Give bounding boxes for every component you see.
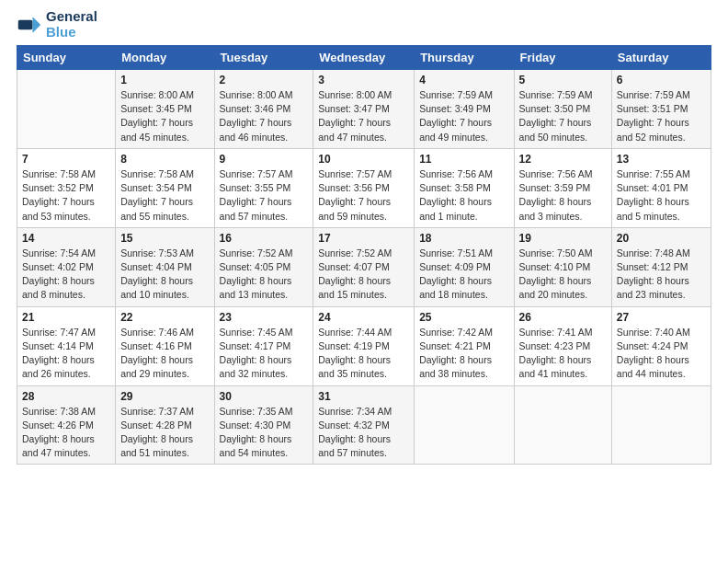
day-cell: [611, 385, 711, 465]
day-cell: 8Sunrise: 7:58 AMSunset: 3:54 PMDaylight…: [116, 148, 214, 227]
day-cell: 7Sunrise: 7:58 AMSunset: 3:52 PMDaylight…: [17, 148, 116, 227]
week-row-1: 1Sunrise: 8:00 AMSunset: 3:45 PMDaylight…: [17, 70, 711, 149]
week-row-2: 7Sunrise: 7:58 AMSunset: 3:52 PMDaylight…: [17, 148, 711, 227]
day-info: Sunrise: 7:47 AMSunset: 4:14 PMDaylight:…: [22, 326, 110, 382]
calendar-header-row: SundayMondayTuesdayWednesdayThursdayFrid…: [17, 46, 711, 70]
day-info: Sunrise: 7:38 AMSunset: 4:26 PMDaylight:…: [22, 405, 110, 461]
day-info: Sunrise: 7:35 AMSunset: 4:30 PMDaylight:…: [220, 405, 309, 461]
day-info: Sunrise: 7:59 AMSunset: 3:50 PMDaylight:…: [519, 88, 607, 144]
header-day-monday: Monday: [116, 46, 214, 70]
logo: General Blue: [17, 9, 97, 40]
day-number: 17: [318, 232, 409, 245]
day-number: 13: [617, 153, 706, 166]
day-cell: 1Sunrise: 8:00 AMSunset: 3:45 PMDaylight…: [116, 70, 214, 149]
week-row-5: 28Sunrise: 7:38 AMSunset: 4:26 PMDayligh…: [17, 385, 711, 465]
day-cell: 12Sunrise: 7:56 AMSunset: 3:59 PMDayligh…: [514, 148, 611, 227]
day-number: 2: [220, 74, 309, 86]
day-cell: 29Sunrise: 7:37 AMSunset: 4:28 PMDayligh…: [116, 385, 214, 465]
day-info: Sunrise: 7:48 AMSunset: 4:12 PMDaylight:…: [617, 247, 706, 303]
day-number: 24: [318, 311, 409, 324]
day-info: Sunrise: 8:00 AMSunset: 3:45 PMDaylight:…: [120, 88, 209, 144]
day-cell: 23Sunrise: 7:45 AMSunset: 4:17 PMDayligh…: [214, 306, 313, 385]
day-cell: 5Sunrise: 7:59 AMSunset: 3:50 PMDaylight…: [514, 70, 611, 149]
day-cell: 21Sunrise: 7:47 AMSunset: 4:14 PMDayligh…: [17, 306, 116, 385]
day-info: Sunrise: 7:56 AMSunset: 3:58 PMDaylight:…: [419, 167, 508, 224]
day-info: Sunrise: 7:50 AMSunset: 4:10 PMDaylight:…: [519, 247, 607, 303]
day-number: 21: [22, 311, 110, 324]
day-cell: 30Sunrise: 7:35 AMSunset: 4:30 PMDayligh…: [214, 385, 313, 465]
logo-text: General Blue: [46, 9, 97, 40]
calendar-table: SundayMondayTuesdayWednesdayThursdayFrid…: [17, 45, 711, 465]
day-info: Sunrise: 7:51 AMSunset: 4:09 PMDaylight:…: [419, 247, 508, 303]
day-cell: 15Sunrise: 7:53 AMSunset: 4:04 PMDayligh…: [116, 227, 214, 306]
svg-marker-1: [33, 17, 41, 33]
day-number: 8: [120, 153, 209, 166]
day-cell: 16Sunrise: 7:52 AMSunset: 4:05 PMDayligh…: [214, 227, 313, 306]
day-number: 10: [318, 153, 409, 166]
day-cell: 27Sunrise: 7:40 AMSunset: 4:24 PMDayligh…: [611, 306, 711, 385]
day-info: Sunrise: 7:58 AMSunset: 3:54 PMDaylight:…: [120, 167, 209, 224]
day-cell: 14Sunrise: 7:54 AMSunset: 4:02 PMDayligh…: [17, 227, 116, 306]
day-cell: 18Sunrise: 7:51 AMSunset: 4:09 PMDayligh…: [415, 227, 514, 306]
day-cell: 28Sunrise: 7:38 AMSunset: 4:26 PMDayligh…: [17, 385, 116, 465]
day-number: 20: [617, 232, 706, 245]
day-info: Sunrise: 7:56 AMSunset: 3:59 PMDaylight:…: [519, 167, 607, 224]
day-number: 23: [220, 311, 309, 324]
day-info: Sunrise: 7:54 AMSunset: 4:02 PMDaylight:…: [22, 247, 110, 303]
day-cell: 26Sunrise: 7:41 AMSunset: 4:23 PMDayligh…: [514, 306, 611, 385]
day-number: 18: [419, 232, 508, 245]
day-info: Sunrise: 7:58 AMSunset: 3:52 PMDaylight:…: [22, 167, 110, 224]
page: General Blue SundayMondayTuesdayWednesda…: [0, 0, 728, 474]
header-day-tuesday: Tuesday: [214, 46, 313, 70]
day-number: 26: [519, 311, 607, 324]
day-number: 1: [120, 74, 209, 86]
day-info: Sunrise: 7:34 AMSunset: 4:32 PMDaylight:…: [318, 405, 409, 461]
day-number: 29: [120, 390, 209, 403]
day-cell: 2Sunrise: 8:00 AMSunset: 3:46 PMDaylight…: [214, 70, 313, 149]
day-number: 31: [318, 390, 409, 403]
day-info: Sunrise: 7:55 AMSunset: 4:01 PMDaylight:…: [617, 167, 706, 224]
header-day-thursday: Thursday: [415, 46, 514, 70]
day-cell: 31Sunrise: 7:34 AMSunset: 4:32 PMDayligh…: [313, 385, 415, 465]
header-day-sunday: Sunday: [17, 46, 116, 70]
day-cell: 6Sunrise: 7:59 AMSunset: 3:51 PMDaylight…: [611, 70, 711, 149]
day-number: 19: [519, 232, 607, 245]
week-row-3: 14Sunrise: 7:54 AMSunset: 4:02 PMDayligh…: [17, 227, 711, 306]
day-cell: 11Sunrise: 7:56 AMSunset: 3:58 PMDayligh…: [415, 148, 514, 227]
day-cell: 20Sunrise: 7:48 AMSunset: 4:12 PMDayligh…: [611, 227, 711, 306]
day-cell: 9Sunrise: 7:57 AMSunset: 3:55 PMDaylight…: [214, 148, 313, 227]
day-cell: 13Sunrise: 7:55 AMSunset: 4:01 PMDayligh…: [611, 148, 711, 227]
day-info: Sunrise: 7:59 AMSunset: 3:49 PMDaylight:…: [419, 88, 508, 144]
day-cell: 4Sunrise: 7:59 AMSunset: 3:49 PMDaylight…: [415, 70, 514, 149]
day-number: 30: [220, 390, 309, 403]
day-cell: 24Sunrise: 7:44 AMSunset: 4:19 PMDayligh…: [313, 306, 415, 385]
day-info: Sunrise: 7:57 AMSunset: 3:55 PMDaylight:…: [220, 167, 309, 224]
header-day-saturday: Saturday: [611, 46, 711, 70]
day-info: Sunrise: 7:52 AMSunset: 4:07 PMDaylight:…: [318, 247, 409, 303]
day-info: Sunrise: 7:44 AMSunset: 4:19 PMDaylight:…: [318, 326, 409, 382]
day-cell: 3Sunrise: 8:00 AMSunset: 3:47 PMDaylight…: [313, 70, 415, 149]
svg-rect-0: [18, 19, 33, 29]
day-cell: [17, 70, 116, 149]
day-info: Sunrise: 7:53 AMSunset: 4:04 PMDaylight:…: [120, 247, 209, 303]
header: General Blue: [17, 9, 711, 40]
day-number: 16: [220, 232, 309, 245]
day-number: 22: [120, 311, 209, 324]
day-cell: 17Sunrise: 7:52 AMSunset: 4:07 PMDayligh…: [313, 227, 415, 306]
day-info: Sunrise: 7:42 AMSunset: 4:21 PMDaylight:…: [419, 326, 508, 382]
header-day-wednesday: Wednesday: [313, 46, 415, 70]
week-row-4: 21Sunrise: 7:47 AMSunset: 4:14 PMDayligh…: [17, 306, 711, 385]
day-cell: 10Sunrise: 7:57 AMSunset: 3:56 PMDayligh…: [313, 148, 415, 227]
day-cell: 25Sunrise: 7:42 AMSunset: 4:21 PMDayligh…: [415, 306, 514, 385]
day-number: 28: [22, 390, 110, 403]
day-cell: [514, 385, 611, 465]
day-number: 27: [617, 311, 706, 324]
day-number: 15: [120, 232, 209, 245]
day-number: 5: [519, 74, 607, 86]
day-info: Sunrise: 7:41 AMSunset: 4:23 PMDaylight:…: [519, 326, 607, 382]
day-info: Sunrise: 7:52 AMSunset: 4:05 PMDaylight:…: [220, 247, 309, 303]
logo-icon: [17, 12, 42, 38]
day-info: Sunrise: 7:37 AMSunset: 4:28 PMDaylight:…: [120, 405, 209, 461]
header-day-friday: Friday: [514, 46, 611, 70]
day-info: Sunrise: 7:45 AMSunset: 4:17 PMDaylight:…: [220, 326, 309, 382]
